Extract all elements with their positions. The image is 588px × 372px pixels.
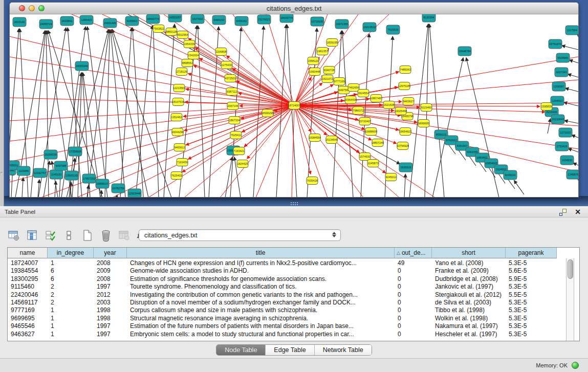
table-row[interactable]: 1872400712008Changes of HCN gene express… (8, 259, 557, 267)
graph-node-label: 2718126 (177, 70, 187, 73)
table-row[interactable]: 946554611997Estimation of the future num… (8, 322, 557, 330)
graph-node-label: 9898561 (182, 61, 193, 64)
graph-node-label: 1209387 (554, 85, 564, 88)
graph-node-label: 20364436 (344, 98, 357, 101)
float-panel-icon[interactable] (559, 209, 567, 216)
graph-edge (432, 58, 463, 198)
table-row[interactable]: 911546021997Tourette syndrome. Phenomeno… (8, 283, 557, 291)
table-row[interactable]: 946362711997Embryonic stem cells: a mode… (8, 331, 557, 338)
graph-node-label: 7163421 (234, 149, 245, 152)
table-cell: 2008 (94, 275, 127, 283)
table-cell: 0 (395, 331, 432, 338)
graph-node-label: 1839195 (327, 41, 338, 44)
import-table-disabled-icon[interactable] (118, 229, 131, 242)
table-cell: 5.3E-5 (506, 259, 557, 267)
memory-ok-indicator[interactable] (572, 362, 579, 369)
graph-node-label: 17359928 (69, 150, 81, 153)
graph-node-label: 9097588 (56, 164, 67, 167)
graph-node-label: 8130304 (424, 16, 434, 19)
table-row[interactable]: 969969511998Structural magnetic resonanc… (8, 315, 557, 322)
graph-node-label: 9463612 (175, 146, 185, 149)
graph-edge (10, 105, 294, 121)
table-cell: Franke et al. (2009) (432, 267, 506, 275)
network-canvas[interactable]: 2603140240557242633841128440320691406915… (10, 14, 578, 198)
column-header-short[interactable]: short (432, 248, 506, 258)
apply-checks-icon[interactable] (44, 229, 57, 242)
vertical-scrollbar[interactable] (566, 258, 574, 341)
graph-node-label: 12342757 (34, 171, 46, 174)
graph-node-label: 17957253 (83, 177, 95, 180)
table-cell: 2009 (94, 267, 127, 275)
table-cell: 9699695 (8, 315, 48, 322)
column-header-pagerank[interactable]: pagerank (506, 248, 557, 258)
table-cell: 0 (395, 267, 432, 275)
graph-node-label: 18300295 (262, 112, 274, 115)
graph-node-label: 16210643 (552, 118, 564, 121)
table-cell: Changes of HCN gene expression and I(f) … (127, 259, 395, 267)
table-cell: 1998 (94, 307, 127, 314)
delete-icon[interactable] (99, 229, 113, 242)
column-header-title[interactable]: title (127, 248, 395, 258)
network-window-title: citations_edges.txt (10, 5, 578, 12)
table-cell: 0 (395, 283, 432, 291)
close-panel-icon[interactable]: ✕ (575, 208, 581, 216)
graph-node-label: 1352462 (171, 116, 182, 119)
graph-node-label: 12975185 (398, 84, 410, 87)
table-cell: 6 (48, 275, 94, 283)
table-row[interactable]: 1938455462009Genome-wide association stu… (8, 267, 557, 275)
graph-node-label: 9699695 (419, 122, 429, 125)
table-cell: 1 (48, 307, 94, 314)
column-header-name[interactable]: name (8, 248, 48, 258)
table-cell: 5.5E-5 (506, 291, 557, 299)
table-selector-dropdown[interactable]: citations_edges.txt (139, 229, 341, 241)
graph-node-label: 9777169 (334, 80, 345, 83)
column-header-year[interactable]: year (94, 248, 127, 258)
memory-status-label: Memory: OK (536, 362, 568, 368)
node-table: namein_degreeyeartitle△out_de...shortpag… (7, 247, 580, 341)
scrollbar-thumb[interactable] (568, 259, 573, 279)
graph-node-label: 7163459 (177, 161, 188, 164)
rows-icon[interactable] (62, 229, 76, 242)
table-cell: 0 (395, 315, 432, 322)
network-window-titlebar[interactable]: citations_edges.txt (10, 3, 578, 14)
table-cell: 5.3E-5 (506, 331, 557, 338)
table-cell: 0 (395, 275, 432, 283)
table-row[interactable]: 1830029562008Estimation of significance … (8, 275, 557, 283)
tab-network-table[interactable]: Network Table (315, 345, 372, 355)
table-selector-value: citations_edges.txt (144, 232, 198, 239)
graph-node-label: 10807487 (370, 97, 382, 100)
tab-edge-table[interactable]: Edge Table (266, 345, 314, 355)
graph-node-label: 1284403 (81, 18, 92, 21)
table-cell: 2 (48, 291, 94, 299)
tab-node-table[interactable]: Node Table (216, 345, 266, 355)
table-cell: Jankovic et al. (1997) (432, 283, 506, 291)
table-cell: 14569117 (8, 299, 48, 307)
table-cell: Dudbridge et al. (2008) (432, 275, 506, 283)
table-row[interactable]: 1456911722003Disruption of a novel membe… (8, 299, 557, 307)
graph-node-label: 19654923 (399, 130, 411, 133)
table-panel-body: f(x) citations_edges.txt namein_degreeye… (0, 217, 588, 358)
splitter-handle[interactable] (290, 202, 298, 205)
graph-node-label: 9227343 (556, 71, 567, 74)
graph-node-label: 9860128 (166, 30, 177, 33)
graph-node-label: 1654339 (184, 42, 195, 46)
graph-node-label: 7485063 (400, 68, 411, 71)
graph-node-label: 9466162 (236, 19, 247, 23)
graph-node-label: 18807249 (372, 141, 384, 144)
graph-node-label: 10954022 (485, 162, 497, 165)
graph-node-label: 2206808 (216, 50, 227, 53)
table-cell: Tibbo et al. (1998) (432, 307, 506, 314)
graph-node-label: 9361907 (457, 144, 468, 147)
table-cell: Nakamura et al. (1997) (432, 322, 506, 330)
select-columns-icon[interactable] (26, 229, 39, 242)
table-cell: Investigating the contribution of common… (127, 291, 395, 299)
table-cell: Disruption of a novel member of a sodium… (127, 299, 395, 307)
new-file-icon[interactable] (81, 229, 94, 242)
column-header-out_de[interactable]: △out_de... (395, 248, 432, 258)
table-cell: Yano et al. (2008) (432, 259, 506, 267)
graph-node-label: 15751074 (549, 42, 561, 46)
table-row[interactable]: 977716911998Corpus callosum shape and si… (8, 307, 557, 314)
column-header-in_degree[interactable]: in_degree (48, 248, 94, 258)
table-settings-icon[interactable] (7, 229, 20, 242)
table-row[interactable]: 2242004622012Investigating the contribut… (8, 291, 557, 299)
